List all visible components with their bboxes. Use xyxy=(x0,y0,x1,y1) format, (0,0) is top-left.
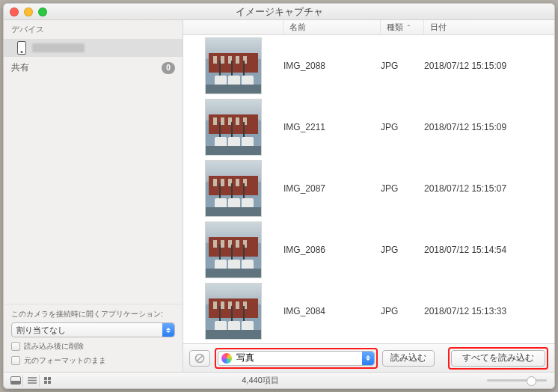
file-date: 2018/07/12 15:14:54 xyxy=(424,245,554,255)
file-type: JPG xyxy=(381,122,424,132)
share-count-badge: 0 xyxy=(162,62,175,74)
svg-rect-10 xyxy=(48,381,51,384)
import-all-button[interactable]: すべてを読み込む xyxy=(451,350,545,367)
select-arrows-icon xyxy=(362,352,374,365)
sidebar-device-item[interactable] xyxy=(4,39,183,57)
table-row[interactable]: IMG_2088JPG2018/07/12 15:15:09 xyxy=(183,35,554,97)
delete-after-label: 読み込み後に削除 xyxy=(24,341,84,352)
file-type: JPG xyxy=(381,306,424,316)
table-row[interactable]: IMG_2211JPG2018/07/12 15:15:09 xyxy=(183,97,554,158)
destination-highlight: 写真 xyxy=(215,348,378,369)
thumbnail xyxy=(205,99,262,156)
file-date: 2018/07/12 15:13:33 xyxy=(424,306,554,316)
device-name-redacted xyxy=(32,43,85,52)
statusbar: 4,440項目 xyxy=(4,372,554,388)
thumbnail-size-slider[interactable] xyxy=(487,379,547,382)
col-type[interactable]: 種類 ⌃ xyxy=(381,20,424,34)
sidebar-devices-header: デバイス xyxy=(4,20,183,39)
delete-button[interactable] xyxy=(189,350,210,367)
table-row[interactable]: IMG_2087JPG2018/07/12 15:15:07 xyxy=(183,158,554,219)
open-app-label: このカメラを接続時に開くアプリケーション: xyxy=(11,309,175,319)
list-view-button[interactable] xyxy=(25,375,40,387)
destination-select[interactable]: 写真 xyxy=(218,351,375,366)
svg-rect-8 xyxy=(48,377,51,380)
thumbnail xyxy=(205,283,262,340)
file-date: 2018/07/12 15:15:09 xyxy=(424,122,554,132)
thumbnail xyxy=(205,221,262,278)
sidebar: デバイス 共有 0 このカメラを接続時に開くアプリケーション: 割り当てなし 読… xyxy=(4,20,183,372)
svg-line-1 xyxy=(197,355,203,361)
item-count: 4,440項目 xyxy=(56,375,465,386)
main-pane: 名前 種類 ⌃ 日付 IMG_2088JPG2018/07/12 15:15:0… xyxy=(183,20,554,372)
original-format-label: 元のフォーマットのまま xyxy=(24,355,106,366)
titlebar: イメージキャプチャ xyxy=(4,4,554,20)
import-button[interactable]: 読み込む xyxy=(382,350,435,367)
show-hide-panel-button[interactable] xyxy=(8,375,23,387)
delete-after-checkbox[interactable] xyxy=(11,342,20,351)
import-all-highlight: すべてを読み込む xyxy=(448,347,548,370)
file-name: IMG_2086 xyxy=(283,245,381,255)
column-headers: 名前 種類 ⌃ 日付 xyxy=(183,20,554,35)
file-list: IMG_2088JPG2018/07/12 15:15:09IMG_2211JP… xyxy=(183,35,554,343)
select-arrows-icon xyxy=(162,323,174,337)
sidebar-share-header: 共有 xyxy=(11,61,29,74)
svg-rect-7 xyxy=(44,377,47,380)
original-format-checkbox[interactable] xyxy=(11,356,20,365)
col-name[interactable]: 名前 xyxy=(283,20,381,34)
col-date[interactable]: 日付 xyxy=(424,20,554,34)
file-type: JPG xyxy=(381,245,424,255)
file-name: IMG_2211 xyxy=(283,122,381,132)
file-name: IMG_2084 xyxy=(283,306,381,316)
file-date: 2018/07/12 15:15:07 xyxy=(424,183,554,194)
file-type: JPG xyxy=(381,61,424,71)
table-row[interactable]: IMG_2084JPG2018/07/12 15:13:33 xyxy=(183,281,554,342)
grid-view-button[interactable] xyxy=(41,375,56,387)
phone-icon xyxy=(17,41,26,55)
table-row[interactable]: IMG_2086JPG2018/07/12 15:14:54 xyxy=(183,219,554,281)
sort-asc-icon: ⌃ xyxy=(406,24,411,31)
svg-rect-3 xyxy=(10,381,20,385)
open-app-select[interactable]: 割り当てなし xyxy=(11,322,175,337)
col-thumbnail[interactable] xyxy=(183,20,283,34)
prohibit-icon xyxy=(194,353,205,364)
file-date: 2018/07/12 15:15:09 xyxy=(424,61,554,71)
thumbnail xyxy=(205,37,262,94)
file-type: JPG xyxy=(381,183,424,194)
file-name: IMG_2087 xyxy=(283,183,381,194)
svg-rect-9 xyxy=(44,381,47,384)
thumbnail xyxy=(205,160,262,217)
photos-app-icon xyxy=(221,353,232,364)
window: イメージキャプチャ デバイス 共有 0 このカメラを接続時に開くアプリケーション… xyxy=(3,3,555,389)
file-name: IMG_2088 xyxy=(283,61,381,71)
import-toolbar: 写真 読み込む すべてを読み込む xyxy=(183,343,554,372)
window-title: イメージキャプチャ xyxy=(4,5,554,19)
